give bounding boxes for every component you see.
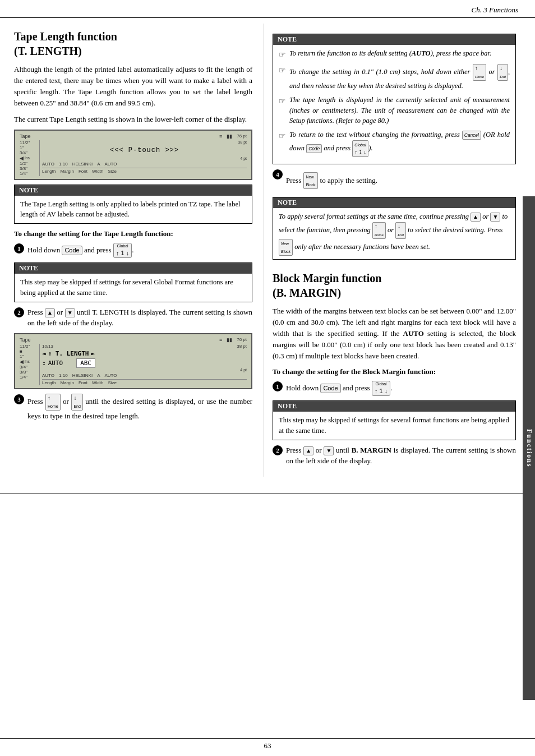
right-column: NOTE ☞ To return the function to its def… — [264, 24, 527, 477]
note-item-2: ☞ To change the setting in 0.1" (1.0 cm)… — [279, 64, 510, 91]
note-header-2: NOTE — [15, 263, 252, 274]
intro-para2: The current Tape Length setting is shown… — [14, 114, 252, 125]
step-text-2: Press ▲ or ▼ until T. LENGTH is displaye… — [27, 307, 252, 329]
new-block-key-1: NewBlock — [303, 172, 317, 189]
step-circle-4: 4 — [273, 169, 283, 179]
display-main-2: 10/13 38 pt ◄ ↑ T. LENGTH ► ↕ AUTO ABC 4… — [42, 344, 247, 385]
step-text-4: Press NewBlock to apply the setting. — [286, 172, 516, 189]
code-key-1: Code — [62, 246, 82, 255]
content-area: Tape Length function (T. LENGTH) Althoug… — [0, 18, 535, 494]
home-key: ↑Home — [45, 394, 61, 411]
section-title-tape-length: Tape Length function (T. LENGTH) — [14, 29, 252, 58]
step-circle-3: 3 — [14, 394, 24, 404]
menu-icon-2: ≡ — [219, 337, 222, 343]
page-footer: 63 — [0, 738, 535, 750]
tape-label-2: Tape — [20, 337, 31, 343]
note-icon-4: ☞ — [279, 130, 286, 142]
up-key-note: ▲ — [471, 213, 481, 222]
note-content-1: The Tape Length setting is only applied … — [15, 196, 252, 224]
note-header-5: NOTE — [273, 401, 515, 412]
code-key-note: Code — [306, 144, 322, 153]
display-screen-1: Tape ≡ ▮▮ 76 pt 11/2" 1" 3/4" ◀ Ins 1/2"… — [14, 130, 252, 180]
display-status-2: AUTO 1.10 HELSINKI A AUTO — [42, 373, 247, 378]
up-key-2: ▲ — [303, 446, 313, 455]
page-number: 63 — [264, 741, 271, 750]
note-header-1: NOTE — [15, 185, 252, 196]
note-header-4: NOTE — [273, 197, 515, 208]
display-status-1: AUTO 1.10 HELSINKI A AUTO — [42, 162, 247, 167]
down-key-2: ▼ — [324, 446, 334, 455]
note-text-3: The tape length is displayed in the curr… — [289, 95, 510, 126]
tape-size-labels-1: 11/2" 1" 3/4" ◀ Ins 1/2" 3/8" 1/4" — [20, 140, 40, 176]
step-text-5: Hold down Code and press Global ↑ 1 ↓ . — [286, 381, 516, 396]
global-key-note: Global↑ 1 ↓ — [352, 140, 368, 157]
end-key-note: ↓End — [497, 64, 508, 81]
section2-para1: The width of the margins between text bl… — [273, 306, 516, 362]
display-rows-1: 11/2" 1" 3/4" ◀ Ins 1/2" 3/8" 1/4" 38 pt… — [20, 140, 247, 176]
note-content-4: To apply several format settings at the … — [273, 208, 515, 259]
note-box-2: NOTE This step may be skipped if setting… — [14, 262, 252, 302]
step-circle-5: 1 — [273, 381, 283, 391]
tape-size-labels-2: 11/2" ■ 1" ◀ Ins 3/4" 3/8" 1/4" — [20, 344, 40, 385]
note-item-3: ☞ The tape length is displayed in the cu… — [279, 95, 510, 126]
subsection-title-1: To change the setting for the Tape Lengt… — [14, 229, 252, 238]
display-header-1: Tape ≡ ▮▮ 76 pt — [20, 133, 247, 139]
note-content-5: This step may be skipped if settings for… — [273, 412, 515, 440]
step-6: 2 Press ▲ or ▼ until B. MARGIN is displa… — [273, 445, 516, 467]
new-block-key-note: NewBlock — [279, 239, 293, 256]
step-2: 2 Press ▲ or ▼ until T. LENGTH is displa… — [14, 307, 252, 329]
end-key-note2: ↓End — [395, 222, 406, 239]
step-circle-6: 2 — [273, 445, 283, 455]
display-screen-2: Tape ≡ ▮▮ 76 pt 11/2" ■ 1" ◀ Ins 3/4" 3/… — [14, 333, 252, 389]
left-column: Tape Length function (T. LENGTH) Althoug… — [0, 24, 264, 477]
note-content-3: ☞ To return the function to its default … — [273, 45, 515, 164]
global-key-2: Global ↑ 1 ↓ — [372, 381, 390, 396]
note-box-4: NOTE To apply several format settings at… — [273, 197, 516, 260]
note-box-1: NOTE The Tape Length setting is only app… — [14, 185, 252, 224]
display-labels-1: Length Margin Font Width Size — [42, 168, 247, 174]
display-text-1: <<< P-touch >>> — [42, 145, 247, 155]
tape-label-1: Tape — [20, 133, 31, 139]
note-text-1: To return the function to its default se… — [289, 48, 491, 59]
pt-indicators: 38 pt — [42, 140, 247, 144]
section-title-block-margin: Block Margin function (B. MARGIN) — [273, 271, 516, 300]
end-key: ↓End — [71, 394, 82, 411]
note-header-3: NOTE — [273, 34, 515, 45]
note-box-5: NOTE This step may be skipped if setting… — [273, 400, 516, 440]
note-item-4: ☞ To return to the text without changing… — [279, 130, 510, 157]
note-icon-1: ☞ — [279, 49, 286, 61]
chapter-title: Ch. 3 Functions — [472, 6, 518, 14]
down-key-note: ▼ — [490, 213, 500, 222]
code-key-2: Code — [320, 384, 340, 393]
battery-icon: ▮▮ — [227, 133, 232, 139]
display-header-2: Tape ≡ ▮▮ 76 pt — [20, 337, 247, 343]
cancel-key-note: Cancel — [462, 131, 481, 140]
step-text-3: Press ↑Home or ↓End until the desired se… — [27, 394, 252, 422]
note-icon-2: ☞ — [279, 64, 286, 76]
note-text-4: To return to the text without changing t… — [289, 130, 510, 157]
display-main-1: 38 pt <<< P-touch >>> 4 pt AUTO 1.10 HEL… — [42, 140, 247, 176]
auto-row: ↕ AUTO ABC — [42, 358, 247, 368]
subsection-title-2: To change the setting for the Block Marg… — [273, 367, 516, 376]
note-box-3: NOTE ☞ To return the function to its def… — [273, 34, 516, 164]
step-circle-1: 1 — [14, 243, 24, 253]
page-divider — [0, 494, 535, 494]
step-4: 4 Press NewBlock to apply the setting. — [273, 169, 516, 192]
menu-icon: ≡ — [219, 133, 222, 139]
down-key-1: ▼ — [65, 308, 75, 317]
note-item-1: ☞ To return the function to its default … — [279, 48, 510, 61]
up-key-1: ▲ — [45, 308, 55, 317]
intro-para1: Although the length of the printed label… — [14, 64, 252, 109]
display-labels-2: Length Margin Font Width Size — [42, 379, 247, 385]
step-3: 3 Press ↑Home or ↓End until the desired … — [14, 394, 252, 422]
pt-76: 76 pt — [237, 133, 247, 139]
functions-tab: Functions — [523, 196, 535, 700]
note-content-2: This step may be skipped if settings for… — [15, 274, 252, 302]
home-key-note2: ↑Home — [372, 222, 386, 239]
global-key-1: Global ↑ 1 ↓ — [113, 243, 132, 258]
t-length-row: ◄ ↑ T. LENGTH ► — [42, 350, 247, 357]
note-icon-3: ☞ — [279, 95, 286, 107]
step-circle-2: 2 — [14, 307, 24, 317]
home-key-note: ↑Home — [473, 64, 486, 81]
battery-icon-2: ▮▮ — [227, 337, 232, 343]
